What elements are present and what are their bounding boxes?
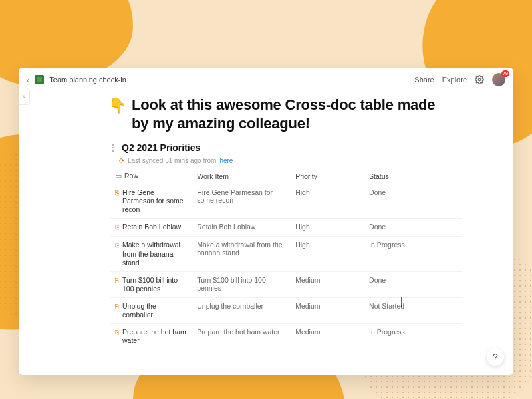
table-row[interactable]: ⎘Retain Bob LoblawRetain Bob LoblawHighD… — [110, 219, 462, 237]
titlebar: ‹ Team planning check-in Share Explore 7… — [19, 68, 513, 92]
table-title[interactable]: Q2 2021 Priorities — [122, 142, 200, 153]
row-link[interactable]: Unplug the cornballer — [122, 302, 186, 319]
cell-priority[interactable]: High — [290, 237, 364, 271]
explore-button[interactable]: Explore — [442, 76, 467, 84]
row-column-icon: ▭ — [115, 172, 122, 180]
back-button[interactable]: ‹ — [27, 75, 29, 85]
table-row[interactable]: ⎘Unplug the cornballerUnplug the cornbal… — [110, 298, 462, 324]
cell-priority[interactable]: Medium — [290, 271, 364, 297]
page-emoji: 👇 — [108, 96, 126, 133]
col-work[interactable]: Work Item — [197, 172, 229, 180]
row-link[interactable]: Make a withdrawal from the banana stand — [122, 241, 186, 267]
cell-priority[interactable]: Medium — [290, 298, 364, 324]
cell-work[interactable]: Unplug the cornballer — [192, 298, 290, 324]
cell-status[interactable]: In Progress — [364, 324, 462, 350]
table-options-icon[interactable]: ⋮ — [108, 142, 118, 153]
cell-work[interactable]: Hire Gene Parmesan for some recon — [192, 184, 290, 219]
row-doc-icon: ⎘ — [115, 241, 119, 250]
doc-title[interactable]: Team planning check-in — [49, 76, 126, 84]
help-button[interactable]: ? — [487, 348, 504, 366]
cell-work[interactable]: Retain Bob Loblaw — [192, 219, 290, 237]
sync-status: ⟳ Last synced 51 mins ago from here — [119, 157, 487, 164]
row-link[interactable]: Prepare the hot ham water — [122, 328, 186, 345]
cell-status[interactable]: Done — [364, 184, 462, 219]
expand-sidebar-button[interactable]: » — [19, 88, 30, 105]
cell-work[interactable]: Turn $100 bill into 100 pennies — [192, 271, 290, 297]
sync-source-link[interactable]: here — [219, 157, 233, 164]
doc-icon — [35, 75, 44, 84]
cell-priority[interactable]: High — [290, 219, 364, 237]
table-row[interactable]: ⎘Make a withdrawal from the banana stand… — [110, 237, 462, 271]
priorities-table: ▭Row Work Item Priority Status ⎘Hire Gen… — [110, 168, 462, 350]
row-link[interactable]: Turn $100 bill into 100 pennies — [122, 276, 186, 293]
row-doc-icon: ⎘ — [115, 302, 119, 311]
cell-status[interactable]: In Progress — [364, 237, 462, 271]
col-row[interactable]: Row — [124, 172, 138, 180]
table-row[interactable]: ⎘Turn $100 bill into 100 penniesTurn $10… — [110, 271, 462, 297]
cell-work[interactable]: Prepare the hot ham water — [192, 324, 290, 350]
gear-icon[interactable] — [475, 75, 484, 84]
share-button[interactable]: Share — [414, 76, 434, 84]
sync-icon: ⟳ — [119, 157, 124, 164]
row-doc-icon: ⎘ — [115, 188, 119, 198]
row-doc-icon: ⎘ — [115, 276, 119, 285]
notification-badge: 79 — [501, 70, 509, 77]
row-doc-icon: ⎘ — [115, 223, 119, 232]
sync-text: Last synced 51 mins ago from — [128, 157, 216, 164]
text-cursor — [401, 297, 402, 307]
cell-work[interactable]: Make a withdrawal from the banana stand — [192, 237, 290, 271]
row-doc-icon: ⎘ — [115, 328, 119, 337]
cell-status[interactable]: Not Started — [364, 298, 462, 324]
page-title[interactable]: Look at this awesome Cross-doc table mad… — [132, 96, 444, 133]
col-priority[interactable]: Priority — [295, 172, 317, 180]
svg-point-0 — [478, 78, 481, 81]
app-window: ‹ Team planning check-in Share Explore 7… — [19, 68, 513, 375]
cell-status[interactable]: Done — [364, 271, 462, 297]
table-row[interactable]: ⎘Prepare the hot ham waterPrepare the ho… — [110, 324, 462, 350]
cell-status[interactable]: Done — [364, 219, 462, 237]
doc-content: 👇 Look at this awesome Cross-doc table m… — [19, 92, 513, 375]
col-status[interactable]: Status — [369, 172, 389, 180]
table-row[interactable]: ⎘Hire Gene Parmesan for some reconHire G… — [110, 184, 462, 219]
avatar[interactable]: 79 — [492, 73, 505, 86]
cell-priority[interactable]: Medium — [290, 324, 364, 350]
cell-priority[interactable]: High — [290, 184, 364, 219]
row-link[interactable]: Retain Bob Loblaw — [122, 223, 181, 231]
row-link[interactable]: Hire Gene Parmesan for some recon — [122, 188, 186, 214]
